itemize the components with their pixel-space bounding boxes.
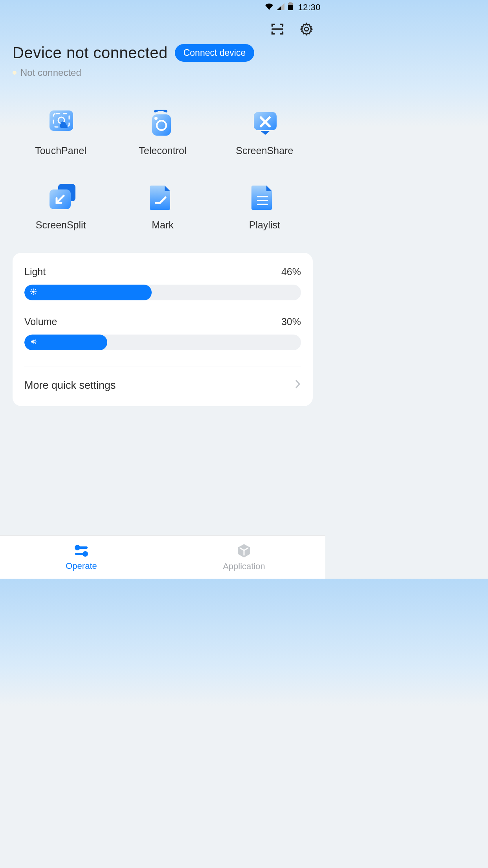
feature-label: ScreenShare <box>236 145 293 156</box>
operate-icon <box>73 544 90 559</box>
svg-point-17 <box>32 291 35 293</box>
svg-rect-27 <box>79 546 88 549</box>
quick-settings-card: Light 46% Volume 30% More quick setting <box>13 253 313 406</box>
status-clock: 12:30 <box>298 2 321 13</box>
svg-rect-29 <box>75 553 84 555</box>
svg-point-4 <box>305 27 308 31</box>
feature-telecontrol[interactable]: Telecontrol <box>112 110 213 156</box>
chevron-right-icon <box>295 379 301 392</box>
header: Device not connected Connect device Not … <box>0 36 325 78</box>
more-quick-settings-label: More quick settings <box>24 379 116 392</box>
svg-point-10 <box>154 117 158 120</box>
toolbar <box>0 15 325 36</box>
feature-label: Playlist <box>249 219 280 231</box>
bottom-nav: Operate Application <box>0 535 325 579</box>
volume-slider[interactable] <box>24 335 301 350</box>
feature-playlist[interactable]: Playlist <box>214 184 316 231</box>
feature-mark[interactable]: Mark <box>112 184 213 231</box>
page-title: Device not connected <box>13 44 168 62</box>
telecontrol-icon <box>150 110 176 136</box>
volume-icon <box>30 338 37 347</box>
feature-screenshare[interactable]: ScreenShare <box>214 110 316 156</box>
gear-icon[interactable] <box>299 22 314 36</box>
tab-operate[interactable]: Operate <box>0 536 163 579</box>
mark-icon <box>150 184 176 210</box>
svg-rect-0 <box>289 2 292 3</box>
volume-label: Volume <box>24 316 57 327</box>
svg-rect-2 <box>288 5 293 10</box>
svg-line-24 <box>31 293 32 294</box>
volume-slider-block: Volume 30% <box>24 316 301 350</box>
light-slider[interactable] <box>24 285 301 300</box>
feature-label: TouchPanel <box>35 145 86 156</box>
feature-touchpanel[interactable]: TouchPanel <box>10 110 112 156</box>
connection-status: Not connected <box>13 67 313 78</box>
brightness-icon <box>30 288 37 297</box>
application-icon <box>236 543 252 560</box>
light-value: 46% <box>281 266 301 278</box>
svg-line-23 <box>35 293 36 294</box>
cell-signal-icon <box>277 2 284 13</box>
svg-line-25 <box>35 289 36 290</box>
tab-operate-label: Operate <box>66 561 97 571</box>
playlist-icon <box>251 184 277 210</box>
tab-application[interactable]: Application <box>163 536 325 579</box>
connection-status-label: Not connected <box>20 67 81 78</box>
wifi-icon <box>265 2 273 13</box>
feature-label: ScreenSplit <box>36 219 86 231</box>
feature-label: Mark <box>152 219 174 231</box>
touchpanel-icon <box>48 110 74 136</box>
screensplit-icon <box>48 184 74 210</box>
light-slider-block: Light 46% <box>24 266 301 300</box>
tab-application-label: Application <box>223 561 265 572</box>
feature-screensplit[interactable]: ScreenSplit <box>10 184 112 231</box>
scan-icon[interactable] <box>270 22 284 36</box>
status-dot-icon <box>13 71 17 75</box>
light-label: Light <box>24 266 46 278</box>
battery-icon <box>288 2 293 13</box>
volume-value: 30% <box>281 316 301 327</box>
status-bar: 12:30 <box>0 0 325 15</box>
more-quick-settings[interactable]: More quick settings <box>24 366 301 406</box>
feature-grid: TouchPanel Telecontrol ScreenShare <box>0 78 325 231</box>
screenshare-icon <box>251 110 277 136</box>
connect-device-button[interactable]: Connect device <box>175 44 255 62</box>
feature-label: Telecontrol <box>139 145 187 156</box>
svg-line-22 <box>31 289 32 290</box>
